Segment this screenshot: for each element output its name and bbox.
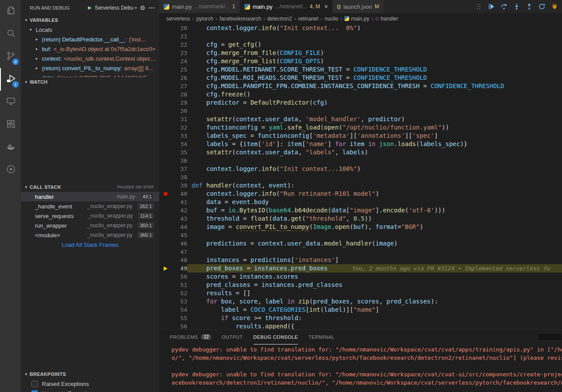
activitybar-item-search[interactable] <box>0 23 21 45</box>
line-number[interactable]: 53 <box>171 297 187 306</box>
line-number[interactable]: 36 <box>171 157 187 165</box>
line-number[interactable]: 21 <box>171 32 187 41</box>
code-line[interactable]: 39def handler(context, event): <box>159 181 562 190</box>
code-line[interactable]: 32 functionconfig = yaml.safe_load(open(… <box>159 123 562 132</box>
gutter-glyph-margin[interactable] <box>159 74 171 82</box>
variable-item[interactable]: ▸buf:<_io.BytesIO object at 0x7f5a2dc1ec… <box>21 44 159 54</box>
stack-frame[interactable]: handlermain.py49:1 <box>21 192 159 201</box>
code-line[interactable]: 29 predictor = DefaultPredictor(cfg) <box>159 99 562 107</box>
activitybar-item-remote-explorer[interactable] <box>0 91 21 113</box>
breakpoint-item[interactable]: ✓Uncaught Exceptions <box>21 389 159 392</box>
gutter-glyph-margin[interactable] <box>159 239 171 248</box>
console-filter-input[interactable] <box>538 333 562 341</box>
line-number[interactable]: 27 <box>171 82 187 90</box>
line-number[interactable]: 32 <box>171 123 187 132</box>
breadcrumb-item[interactable]: main.py <box>344 16 369 22</box>
stack-frame[interactable]: serve_requests_nuclio_wrapper.py114:1 <box>21 211 159 221</box>
checkbox-unchecked-icon[interactable] <box>31 381 38 387</box>
code-line[interactable]: 26 cfg.MODEL.ROI_HEADS.SCORE_THRESH_TEST… <box>159 74 562 82</box>
more-actions-icon[interactable]: ⋯ <box>148 4 155 12</box>
watch-section-header[interactable]: ▾ WATCH <box>21 77 159 87</box>
gutter-glyph-margin[interactable] <box>159 41 171 49</box>
line-number[interactable]: 31 <box>171 115 187 123</box>
code-line[interactable]: 21 <box>159 32 562 41</box>
activitybar-item-run-circle[interactable] <box>0 159 21 181</box>
gutter-glyph-margin[interactable] <box>159 132 171 140</box>
line-number[interactable]: 50 <box>171 273 187 281</box>
gutter-glyph-margin[interactable] <box>159 99 171 107</box>
code-line[interactable]: 34 labels = {item['id']: item['name'] fo… <box>159 140 562 148</box>
line-number[interactable]: 20 <box>171 24 187 32</box>
line-number[interactable]: 33 <box>171 132 187 140</box>
code-line[interactable]: 52 results = [] <box>159 289 562 297</box>
line-number[interactable]: 38 <box>171 173 187 181</box>
gutter-glyph-margin[interactable] <box>159 273 171 281</box>
gutter-glyph-margin[interactable] <box>159 123 171 132</box>
breadcrumb-item[interactable]: serverless <box>166 16 190 22</box>
line-number[interactable]: 24 <box>171 57 187 65</box>
gutter-glyph-margin[interactable] <box>159 148 171 157</box>
gutter-glyph-margin[interactable] <box>159 82 171 90</box>
code-line[interactable]: 31 setattr(context.user_data, 'model_han… <box>159 115 562 123</box>
line-number[interactable]: 45 <box>171 231 187 239</box>
gutter-glyph-margin[interactable] <box>159 306 171 314</box>
line-number[interactable]: 34 <box>171 140 187 148</box>
gutter-glyph-margin[interactable] <box>159 190 171 198</box>
line-number[interactable]: 52 <box>171 289 187 297</box>
code-line[interactable]: 37 context.logger.info("Init context...1… <box>159 165 562 173</box>
breadcrumb-item[interactable]: ◇handler <box>375 16 398 22</box>
line-number[interactable]: 35 <box>171 148 187 157</box>
code-line[interactable]: 55 if score >= threshold: <box>159 314 562 322</box>
activitybar-item-extensions[interactable] <box>0 113 21 136</box>
breakpoints-section-header[interactable]: ▾ BREAKPOINTS <box>21 369 159 379</box>
line-number[interactable]: 55 <box>171 314 187 322</box>
gutter-glyph-margin[interactable] <box>159 90 171 99</box>
line-number[interactable]: 40 <box>171 190 187 198</box>
line-number[interactable]: 29 <box>171 99 187 107</box>
disconnect-button[interactable] <box>551 3 559 10</box>
code-line[interactable]: 44 image = convert_PIL_to_numpy(Image.op… <box>159 223 562 231</box>
gutter-glyph-margin[interactable] <box>159 289 171 297</box>
breadcrumb-item[interactable]: retinanet <box>298 16 319 22</box>
breadcrumb-item[interactable]: nuclio <box>325 16 338 22</box>
code-line[interactable]: 53 for box, score, label in zip(pred_box… <box>159 297 562 306</box>
line-number[interactable]: 48 <box>171 256 187 264</box>
line-number[interactable]: 51 <box>171 281 187 289</box>
code-line[interactable]: 46 predictions = context.user_data.model… <box>159 239 562 248</box>
code-line[interactable]: 28 cfg.freeze() <box>159 90 562 99</box>
gutter-glyph-margin[interactable] <box>159 32 171 41</box>
gutter-glyph-margin[interactable] <box>159 206 171 215</box>
gutter-glyph-margin[interactable] <box>159 264 171 273</box>
line-number[interactable]: 43 <box>171 215 187 223</box>
code-line[interactable]: 51 pred_classes = instances.pred_classes <box>159 281 562 289</box>
line-number[interactable]: 23 <box>171 49 187 57</box>
code-editor[interactable]: 20 context.logger.info("Init context... … <box>159 24 562 329</box>
gutter-glyph-margin[interactable] <box>159 215 171 223</box>
gutter-glyph-margin[interactable] <box>159 248 171 256</box>
editor-tab-2[interactable]: main.py.../retinanet/...4, M× <box>240 0 332 13</box>
gutter-glyph-margin[interactable] <box>159 24 171 32</box>
line-number[interactable]: 39 <box>171 181 187 190</box>
stack-frame[interactable]: _handle_event_nuclio_wrapper.py262:1 <box>21 201 159 211</box>
activitybar-item-run-debug[interactable]: 1 <box>0 68 21 91</box>
continue-button[interactable] <box>487 3 495 10</box>
code-line[interactable]: 56 results.append({ <box>159 322 562 329</box>
variables-section-header[interactable]: ▾ VARIABLES <box>21 15 159 25</box>
gutter-glyph-margin[interactable] <box>159 322 171 329</box>
breadcrumb-item[interactable]: detectron2 <box>267 16 292 22</box>
panel-tab-terminal[interactable]: TERMINAL <box>308 330 335 344</box>
line-number[interactable]: 37 <box>171 165 187 173</box>
panel-tab-output[interactable]: OUTPUT <box>222 330 243 344</box>
gutter-glyph-margin[interactable] <box>159 314 171 322</box>
code-line[interactable]: 33 labels_spec = functionconfig['metadat… <box>159 132 562 140</box>
gutter-glyph-margin[interactable] <box>159 256 171 264</box>
variables-scope-row[interactable]: ▾Locals <box>21 25 159 34</box>
line-number[interactable]: 47 <box>171 248 187 256</box>
code-line[interactable]: 40 context.logger.info("Run retinanet-R1… <box>159 190 562 198</box>
variable-item[interactable]: ▸data:{'image': 'iVBOR-0KG-AAAANSUhE… <box>21 73 159 77</box>
code-line[interactable]: 35 setattr(context.user_data, "labels", … <box>159 148 562 157</box>
code-line[interactable]: 24 cfg.merge_from_list(CONFIG_OPTS) <box>159 57 562 65</box>
gutter-glyph-margin[interactable] <box>159 281 171 289</box>
line-number[interactable]: 44 <box>171 223 187 231</box>
gutter-glyph-margin[interactable] <box>159 140 171 148</box>
